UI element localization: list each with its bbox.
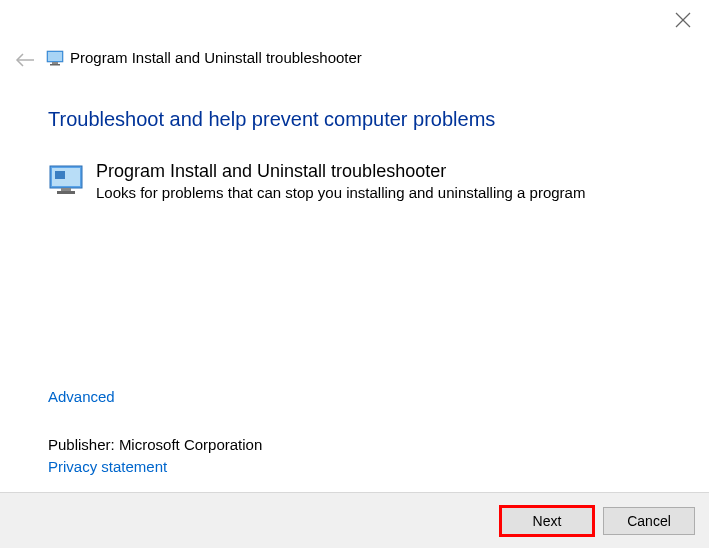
program-icon [48, 164, 84, 196]
footer-bar: Next Cancel [0, 492, 709, 548]
close-icon [675, 12, 691, 28]
svg-rect-11 [57, 191, 75, 194]
program-text: Program Install and Uninstall troublesho… [96, 161, 661, 201]
svg-rect-5 [52, 62, 58, 64]
program-row: Program Install and Uninstall troublesho… [48, 161, 661, 201]
back-button [14, 48, 38, 72]
content-area: Troubleshoot and help prevent computer p… [48, 108, 661, 201]
program-title: Program Install and Uninstall troublesho… [96, 161, 661, 182]
main-heading: Troubleshoot and help prevent computer p… [48, 108, 661, 131]
cancel-button[interactable]: Cancel [603, 507, 695, 535]
publisher-label: Publisher: [48, 436, 119, 453]
publisher-info: Publisher: Microsoft Corporation [48, 436, 262, 453]
next-button[interactable]: Next [501, 507, 593, 535]
program-description: Looks for problems that can stop you ins… [96, 184, 661, 201]
back-arrow-icon [14, 48, 38, 72]
svg-rect-4 [48, 52, 62, 61]
svg-rect-6 [50, 64, 60, 66]
svg-rect-9 [55, 171, 65, 179]
window-icon [46, 50, 64, 66]
window-title: Program Install and Uninstall troublesho… [70, 49, 362, 66]
svg-rect-10 [61, 188, 71, 191]
privacy-link[interactable]: Privacy statement [48, 458, 167, 475]
publisher-value: Microsoft Corporation [119, 436, 262, 453]
advanced-link[interactable]: Advanced [48, 388, 115, 405]
close-button[interactable] [675, 12, 691, 28]
